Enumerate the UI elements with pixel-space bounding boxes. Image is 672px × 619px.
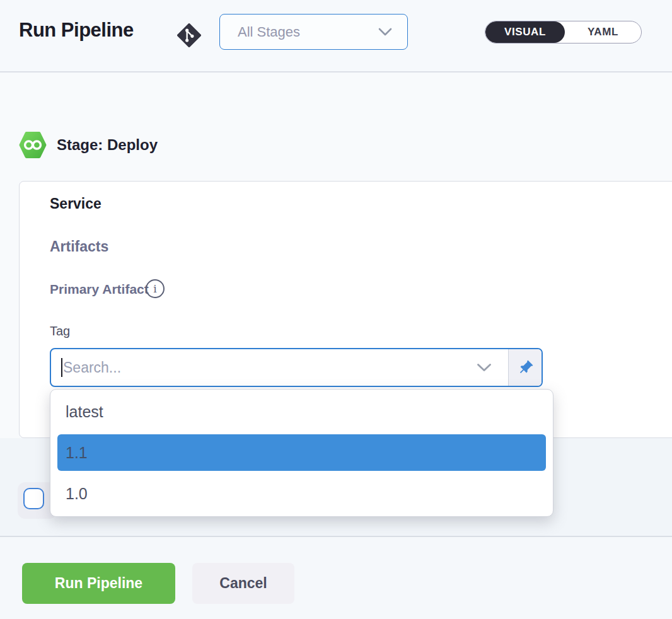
tag-option-label: 1.1 — [66, 444, 88, 462]
toggle-visual[interactable]: VISUAL — [485, 21, 565, 43]
primary-artifact-label: Primary Artifact — [50, 282, 149, 297]
dialog-header: Run Pipeline All Stages VISUAL YAML — [0, 0, 672, 72]
all-stages-select-value: All Stages — [238, 24, 378, 40]
cd-hexagon-infinity-icon — [19, 131, 47, 159]
tag-dropdown-menu: latest 1.1 1.0 — [50, 389, 553, 517]
run-pipeline-dialog: Run Pipeline All Stages VISUAL YAML — [0, 0, 672, 619]
tag-select — [50, 348, 543, 387]
text-cursor — [61, 358, 62, 377]
service-heading: Service — [50, 195, 101, 212]
toggle-yaml-label: YAML — [588, 26, 618, 38]
stage-title: Stage: Deploy — [57, 136, 158, 154]
cancel-button[interactable]: Cancel — [192, 563, 294, 604]
save-inputset-checkbox[interactable] — [23, 488, 44, 509]
artifacts-heading: Artifacts — [50, 238, 108, 255]
toggle-visual-label: VISUAL — [504, 26, 546, 38]
chevron-down-icon — [378, 28, 392, 36]
visual-yaml-toggle: VISUAL YAML — [485, 21, 642, 43]
tag-option-label: latest — [66, 403, 103, 421]
tag-label: Tag — [50, 324, 70, 338]
git-icon — [177, 23, 201, 47]
toggle-yaml[interactable]: YAML — [565, 21, 641, 43]
pin-button[interactable] — [508, 349, 542, 386]
pin-icon — [517, 359, 534, 376]
tag-option-label: 1.0 — [66, 485, 88, 503]
info-icon[interactable]: i — [146, 279, 165, 298]
chevron-down-icon[interactable] — [477, 363, 492, 372]
dialog-footer: Run Pipeline Cancel — [0, 536, 672, 619]
tag-option-1-1[interactable]: 1.1 — [57, 434, 546, 471]
tag-search-input[interactable] — [63, 359, 508, 376]
all-stages-select[interactable]: All Stages — [219, 14, 408, 50]
tag-input-area — [51, 349, 508, 386]
stage-row: Stage: Deploy — [19, 131, 158, 159]
tag-option-latest[interactable]: latest — [50, 390, 553, 434]
run-pipeline-button[interactable]: Run Pipeline — [22, 563, 175, 604]
tag-option-1-0[interactable]: 1.0 — [50, 471, 553, 516]
page-title: Run Pipeline — [19, 19, 134, 42]
